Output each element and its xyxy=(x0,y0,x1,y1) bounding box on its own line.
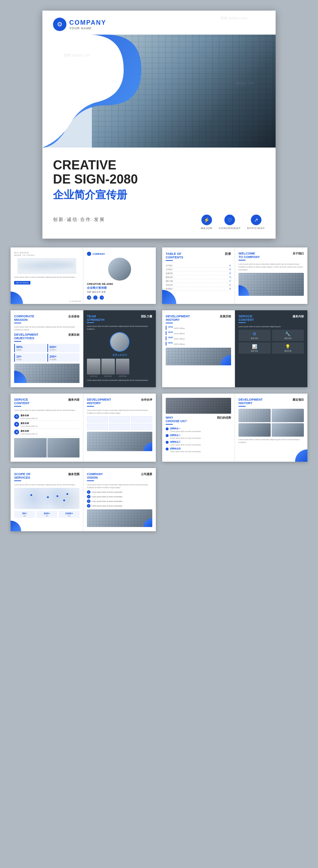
history-building xyxy=(166,348,231,365)
team-divider xyxy=(87,322,94,323)
history-2018: 2018 ¥183.2 Million xyxy=(166,326,231,330)
why-building-top xyxy=(166,398,231,414)
cover-bottom: 创新·诚信·合作·发展 ⚡ MAJOR ♡ CONVENIENT ↗ EFFIC… xyxy=(42,215,276,239)
pin-2 xyxy=(47,496,49,498)
spread-3: CORPORATE MISSION 企业使命 Lorem ipsum dolor… xyxy=(11,310,156,387)
project-1 xyxy=(238,409,271,422)
spread1-left: BIG BRAND MADE IN CHINA Lorem ipsum dolo… xyxy=(11,247,83,304)
spread1-label1: BIG BRAND xyxy=(14,252,80,254)
spread-4: DEVELOPMENT HISTORY 发展历程 2018 ¥183.2 Mil… xyxy=(162,310,307,387)
spread7-right: COMPANY VISION 公司愿景 Lorem ipsum dolor si… xyxy=(83,468,156,531)
project-2 xyxy=(272,409,304,422)
member-1: 总经理·姓名 xyxy=(87,359,100,377)
cover-text-area: CREATIVE DE SIGN-2080 企业简介宣传册 xyxy=(42,148,276,215)
spread1-building-circle xyxy=(108,258,131,281)
spread1-logo: COMPANY xyxy=(87,252,152,256)
service-divider xyxy=(238,322,246,323)
cover-title-line1: CREATIVE DE SIGN-2080 xyxy=(53,158,265,186)
spread-7: SCOPE OF SERVICES 服务范围 Lorem ipsum dolor… xyxy=(11,468,156,531)
team-photos: 总经理·姓名 总经理·姓名 总经理·姓名 xyxy=(87,359,152,377)
mission-text: Lorem ipsum dolor sit amet consectetur a… xyxy=(14,325,80,331)
toc-item-2: 公司简介05 xyxy=(166,268,231,271)
spread5-right: DEVELOPMENT HISTORY 合作伙伴 Lorem ipsum dol… xyxy=(83,394,156,462)
toc-divider xyxy=(166,260,173,261)
cover-icons: ⚡ MAJOR ♡ CONVENIENT ↗ EFFICIENT xyxy=(201,215,265,230)
obj-zh: 发展目标 xyxy=(68,333,80,343)
welcome-zh: 关于我们 xyxy=(293,252,304,262)
toc-item-3: 发展历程09 xyxy=(166,271,231,275)
spread1-label2: MADE IN CHINA xyxy=(14,254,80,256)
spread7-left: SCOPE OF SERVICES 服务范围 Lorem ipsum dolor… xyxy=(11,468,83,531)
service-list: ⚙ 服务名称 Lorem ipsum dolor sit ★ 服务名称 Lore… xyxy=(14,413,80,436)
spread-1: BIG BRAND MADE IN CHINA Lorem ipsum dolo… xyxy=(11,247,156,304)
mission-divider xyxy=(14,323,21,323)
cover-icon-major: ⚡ MAJOR xyxy=(201,215,212,230)
cover-header: ⚙ COMPANY YOUR NAME xyxy=(42,11,276,35)
obj-divider xyxy=(14,341,21,342)
stat-boxes: 98% 满意度 500+ 合作客户 10+ 年经验 200+ 专业团队 xyxy=(14,344,80,362)
spread4-right: SERVICE CONTENT 服务内容 Lorem ipsum dolor s… xyxy=(235,310,307,387)
world-map xyxy=(17,258,76,274)
spread2-right: WELCOME TO COMPANY 关于我们 Lorem ipsum dolo… xyxy=(235,247,307,304)
history-header: DEVELOPMENT HISTORY 发展历程 xyxy=(166,315,231,324)
mission-header: CORPORATE MISSION 企业使命 xyxy=(14,315,80,324)
cover-icon-convenient: ♡ CONVENIENT xyxy=(219,215,241,230)
cover-title-zh: 企业简介宣传册 xyxy=(53,188,265,202)
inner-pages: BIG BRAND MADE IN CHINA Lorem ipsum dolo… xyxy=(0,239,318,540)
stat-box-4: 200+ 专业团队 xyxy=(47,353,80,362)
spread1-icon3: ↗ xyxy=(100,295,104,300)
toc-item-4: 服务内容13 xyxy=(166,275,231,279)
spread-5: SERVICE CONTENT 服务内容 Lorem ipsum dolor s… xyxy=(11,394,156,462)
toc-item-1: 关于我们01 xyxy=(166,264,231,268)
logo-text: COMPANY YOUR NAME xyxy=(69,19,106,30)
pin-3 xyxy=(57,495,58,497)
logo-company-name: COMPANY xyxy=(69,19,106,26)
spread4-left: DEVELOPMENT HISTORY 发展历程 2018 ¥183.2 Mil… xyxy=(162,310,235,387)
toc-zh: 目录 xyxy=(225,252,231,256)
team-bottom-text: Lorem ipsum dolor sit amet consectetur a… xyxy=(87,379,152,382)
spread1-icons-row: ⚡ ♡ ↗ xyxy=(87,295,152,300)
team-circle-image xyxy=(110,332,129,352)
spread1-icon2: ♡ xyxy=(93,295,98,300)
spread1-title-zh: 企业简介宣传册 xyxy=(87,286,152,290)
pin-5 xyxy=(66,493,68,495)
toc-item-6: 合作伙伴21 xyxy=(166,283,231,287)
spread2-header: TABLE OF CONTENTS 目录 xyxy=(166,252,231,262)
history-zh: 发展历程 xyxy=(220,315,231,324)
mission-building-strip xyxy=(14,364,80,383)
get-in-touch-btn[interactable]: GET IN TOUCH xyxy=(14,281,30,285)
why-3: 优势特点三 Lorem ipsum dolor sit amet consect… xyxy=(166,441,231,446)
convenient-icon: ♡ xyxy=(224,215,235,225)
partner-logos xyxy=(87,416,152,430)
why-1: 优势特点一 Lorem ipsum dolor sit amet consect… xyxy=(166,427,231,432)
spread1-icon1: ⚡ xyxy=(87,295,91,300)
history-2020: 2020 ¥228.7 Million xyxy=(166,336,231,340)
spread5-left: SERVICE CONTENT 服务内容 Lorem ipsum dolor s… xyxy=(11,394,83,462)
blue-arc-shape xyxy=(42,35,141,148)
project-3 xyxy=(238,423,271,437)
welcome-building-image xyxy=(238,273,304,296)
stat-box-3: 10+ 年经验 xyxy=(14,353,46,362)
history-2021: 2021 ¥253.0 Million xyxy=(166,342,231,346)
history-2019: 2019 ¥210.8 Million xyxy=(166,331,231,335)
member-3: 总经理·姓名 xyxy=(116,359,129,377)
spread6-right: DEVELOPMENT HISTORY 最近项目 Lorem ipsum dol… xyxy=(235,394,307,462)
service-3: 📊 服务名称 xyxy=(238,342,271,354)
spread2-right-header: WELCOME TO COMPANY 关于我们 xyxy=(238,252,304,262)
pin-4 xyxy=(63,499,65,501)
welcome-divider xyxy=(238,260,246,261)
why-2: 优势特点二 Lorem ipsum dolor sit amet consect… xyxy=(166,434,231,439)
spread1-right: COMPANY CREATIVE DE-2080 企业简介宣传册 创新·诚信·合… xyxy=(83,247,156,304)
major-icon: ⚡ xyxy=(201,215,212,225)
cover-logo: ⚙ COMPANY YOUR NAME xyxy=(53,18,106,31)
svc-2: ★ 服务名称 Lorem ipsum dolor sit xyxy=(14,421,80,429)
service-grid: ⚙ 服务名称 🔧 服务名称 📊 服务名称 💡 服务名称 xyxy=(238,330,304,354)
cover-icon-efficient: ↗ EFFICIENT xyxy=(247,215,265,230)
project-grid xyxy=(238,409,304,437)
mission-zh: 企业使命 xyxy=(68,315,80,324)
spread1-text: Lorem ipsum dolor sit amet consectetur a… xyxy=(14,276,80,279)
stat-box-2: 500+ 合作客户 xyxy=(47,344,80,352)
member-2: 总经理·姓名 xyxy=(101,359,115,377)
welcome-text: Lorem ipsum dolor sit amet consectetur a… xyxy=(238,263,304,271)
team-text: Lorem ipsum dolor sit amet consectetur a… xyxy=(87,325,152,330)
